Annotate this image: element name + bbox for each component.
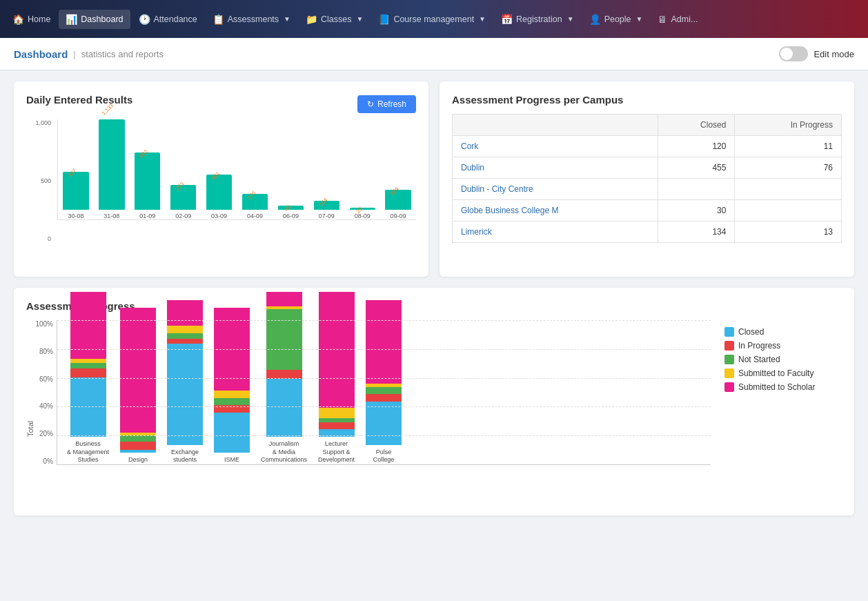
assessment-campus-title: Assessment Progress per Campus — [452, 94, 842, 106]
course-arrow: ▼ — [479, 15, 486, 23]
stacked-segment — [70, 363, 106, 368]
stacked-bar-group: Journalism & Media Communications — [261, 292, 307, 464]
nav-course-label: Course management — [393, 14, 474, 24]
stacked-segment — [366, 300, 402, 384]
stacked-segment — [120, 435, 156, 441]
legend-label: Submitted to Faculty — [738, 368, 813, 378]
classes-icon: 📁 — [306, 14, 317, 25]
refresh-label: Refresh — [377, 99, 406, 109]
nav-home[interactable]: 🏠 Home — [6, 10, 57, 29]
course-icon: 📘 — [378, 14, 390, 25]
dashboard-icon: 📊 — [66, 14, 77, 25]
y-label-1000: 1,000 — [35, 119, 51, 126]
stacked-segment — [214, 398, 250, 406]
stacked-x-label: Pulse College — [373, 449, 395, 464]
assessment-campus-card: Assessment Progress per Campus Closed In… — [440, 81, 854, 277]
legend-label: Not Started — [738, 355, 780, 364]
table-row: Cork12011 — [453, 136, 842, 157]
stacked-segment — [266, 292, 302, 306]
campus-cell: Limerick — [453, 221, 658, 243]
refresh-icon: ↻ — [367, 99, 374, 109]
stacked-bar-group: Business & Management Studies — [67, 292, 109, 464]
stacked-y-100: 100% — [35, 320, 53, 328]
bar-x-label: 03-09 — [211, 213, 227, 219]
bar — [63, 172, 88, 210]
nav-registration[interactable]: 📅 Registration ▼ — [494, 10, 581, 29]
edit-mode-toggle[interactable] — [779, 46, 808, 61]
campus-table-body: Cork12011Dublin45576Dublin - City Centre… — [453, 136, 842, 243]
bar-x-label: 02-09 — [175, 213, 191, 219]
campus-table: Closed In Progress Cork12011Dublin45576D… — [452, 114, 842, 243]
bar-group: 17604-09 — [240, 119, 270, 219]
legend-item: Submitted to Faculty — [724, 368, 842, 378]
stacked-segment — [214, 413, 250, 453]
nav-attendance[interactable]: 🕐 Attendance — [132, 10, 204, 29]
bar-x-label: 04-09 — [247, 213, 263, 219]
breadcrumb-title: Dashboard — [14, 48, 68, 60]
stacked-bars-area: Business & Management StudiesDesignExcha… — [57, 320, 711, 465]
nav-classes[interactable]: 📁 Classes ▼ — [299, 10, 370, 29]
main-content: Daily Entered Results ↻ Refresh 1,000 50… — [0, 70, 868, 526]
stacked-segment — [70, 377, 106, 437]
stacked-y-20: 20% — [39, 430, 53, 437]
stacked-segment — [319, 422, 355, 430]
admin-icon: 🖥 — [658, 14, 667, 25]
stacked-bar-group: Design — [120, 308, 156, 464]
y-axis: 1,000 500 0 — [26, 119, 54, 242]
stacked-segment — [266, 379, 302, 437]
stacked-segment — [214, 308, 250, 391]
stacked-segment — [366, 394, 402, 402]
stacked-segment — [266, 370, 302, 379]
refresh-button[interactable]: ↻ Refresh — [357, 95, 416, 113]
table-row: Limerick13413 — [453, 221, 842, 243]
stacked-segment — [120, 450, 156, 453]
edit-mode-wrap: Edit mode — [779, 46, 854, 61]
y-label-0: 0 — [48, 235, 51, 242]
stacked-chart-wrap: Total 100% 80% 60% 40% 20% 0% — [26, 320, 842, 503]
nav-assessments-label: Assessments — [228, 14, 279, 24]
stacked-segment — [167, 300, 203, 326]
attendance-icon: 🕐 — [139, 14, 150, 25]
stacked-segment — [167, 333, 203, 339]
nav-dashboard-label: Dashboard — [81, 14, 123, 24]
stacked-bar-group: Exchange students — [167, 300, 203, 464]
registration-icon: 📅 — [501, 14, 513, 25]
bar-x-label: 06-09 — [283, 213, 299, 219]
in-progress-cell: 76 — [735, 157, 842, 179]
stacked-y-0: 0% — [43, 457, 53, 465]
campus-cell: Dublin — [453, 157, 658, 179]
in-progress-cell: 11 — [735, 136, 842, 157]
stacked-segment — [120, 442, 156, 451]
stacked-segment — [366, 402, 402, 445]
legend-item: Closed — [724, 327, 842, 337]
nav-people[interactable]: 👤 People ▼ — [582, 10, 650, 29]
in-progress-cell: 13 — [735, 221, 842, 243]
table-row: Dublin - City Centre — [453, 179, 842, 200]
stacked-segment — [214, 391, 250, 398]
bar-group: 4606-09 — [275, 119, 306, 219]
chart-header: Daily Entered Results ↻ Refresh — [26, 94, 416, 114]
nav-admin[interactable]: 🖥 Admi... — [651, 10, 704, 29]
closed-cell: 455 — [658, 157, 735, 179]
y-axis-title: Total — [26, 320, 34, 503]
bar — [170, 185, 196, 210]
campus-cell: Cork — [453, 136, 658, 157]
nav-attendance-label: Attendance — [154, 14, 197, 24]
stacked-bar-group: Lecturer Support & Development — [318, 292, 355, 464]
stacked-x-label: Journalism & Media Communications — [261, 440, 307, 464]
stacked-x-label: Exchange students — [171, 449, 199, 464]
assessments-arrow: ▼ — [284, 15, 290, 23]
bar-group: 10407-09 — [311, 119, 342, 219]
nav-people-label: People — [604, 14, 631, 24]
legend-color — [724, 368, 734, 378]
bar-group: 2308-09 — [347, 119, 377, 219]
stacked-x-label: ISME — [224, 456, 239, 464]
stacked-bar-group: ISME — [214, 308, 250, 464]
legend-color — [724, 355, 734, 364]
stacked-y-80: 80% — [39, 348, 53, 355]
in-progress-cell — [735, 179, 842, 200]
stacked-legend: ClosedIn ProgressNot StartedSubmitted to… — [724, 320, 842, 503]
nav-assessments[interactable]: 📋 Assessments ▼ — [206, 10, 297, 29]
nav-dashboard[interactable]: 📊 Dashboard — [59, 10, 130, 29]
nav-course-management[interactable]: 📘 Course management ▼ — [371, 10, 493, 29]
